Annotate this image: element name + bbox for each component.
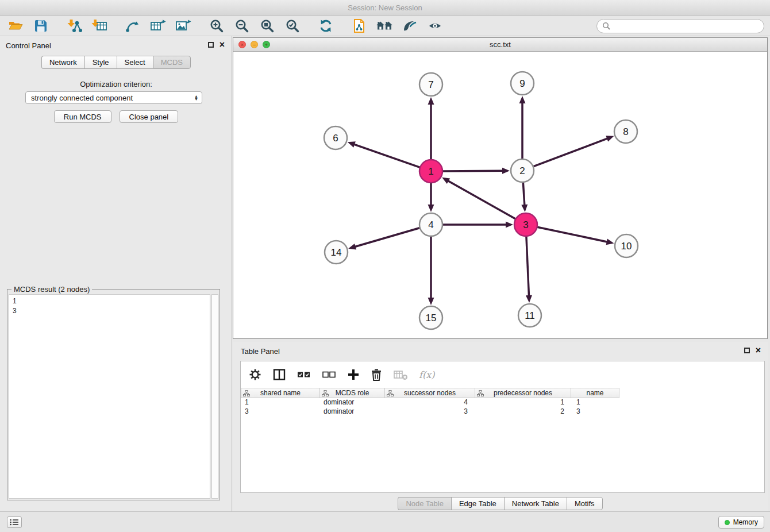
- export-table-button[interactable]: [148, 17, 168, 35]
- zoom-in-button[interactable]: [207, 17, 226, 35]
- float-table-panel-icon[interactable]: [744, 348, 750, 353]
- cell-predecessor-nodes[interactable]: 1: [475, 398, 571, 407]
- window-zoom-button[interactable]: +: [263, 41, 270, 48]
- clone-network-icon: [352, 18, 366, 33]
- graph-node[interactable]: 8: [614, 120, 637, 143]
- graph-edge[interactable]: [532, 138, 608, 167]
- style-button[interactable]: [400, 17, 419, 35]
- graph-edge-arrow: [348, 244, 356, 250]
- search-icon: [602, 22, 610, 30]
- table-row[interactable]: 1 dominator 4 1 1: [241, 398, 764, 407]
- cell-mcds-role[interactable]: dominator: [320, 407, 385, 417]
- close-panel-button[interactable]: Close panel: [120, 110, 179, 123]
- tab-select[interactable]: Select: [117, 56, 153, 69]
- network-canvas[interactable]: 1234678910111415: [233, 52, 767, 338]
- zoom-out-button[interactable]: [232, 17, 252, 35]
- add-column-button[interactable]: [348, 367, 359, 382]
- graph-node[interactable]: 1: [419, 160, 442, 183]
- column-header-shared-name[interactable]: shared name: [241, 388, 320, 398]
- eye-icon: [428, 20, 442, 32]
- column-header-mcds-role[interactable]: MCDS role: [320, 388, 385, 398]
- cell-name[interactable]: 1: [571, 398, 619, 407]
- graph-node[interactable]: 15: [419, 306, 442, 329]
- float-panel-icon[interactable]: [208, 42, 214, 48]
- result-line: 3: [13, 306, 206, 316]
- column-header-predecessor-nodes[interactable]: predecessor nodes: [475, 388, 571, 398]
- tab-network[interactable]: Network: [41, 56, 84, 69]
- result-scrollbar[interactable]: [211, 294, 218, 499]
- tab-edge-table[interactable]: Edge Table: [451, 497, 504, 510]
- column-label: successor nodes: [404, 389, 456, 397]
- deselect-all-button[interactable]: [322, 367, 336, 382]
- show-columns-button[interactable]: [273, 367, 286, 382]
- cell-successor-nodes[interactable]: 3: [385, 407, 475, 417]
- cell-predecessor-nodes[interactable]: 2: [475, 407, 571, 417]
- graph-node[interactable]: 10: [615, 234, 638, 257]
- trash-icon: [371, 368, 382, 381]
- tab-motifs[interactable]: Motifs: [567, 497, 603, 510]
- graph-edge[interactable]: [353, 144, 421, 168]
- tab-node-table[interactable]: Node Table: [398, 497, 451, 510]
- import-network-button[interactable]: [64, 17, 84, 35]
- graph-edge[interactable]: [523, 181, 525, 206]
- window-titlebar[interactable]: Session: New Session: [0, 0, 770, 16]
- search-box[interactable]: [596, 19, 764, 33]
- window-minimize-button[interactable]: −: [251, 41, 258, 48]
- delete-table-button[interactable]: [394, 367, 407, 382]
- graph-node[interactable]: 7: [419, 73, 442, 96]
- table-row[interactable]: 3 dominator 3 2 3: [241, 407, 764, 417]
- graph-node[interactable]: 14: [325, 241, 348, 264]
- graph-node[interactable]: 4: [419, 213, 442, 236]
- delete-column-button[interactable]: [371, 367, 382, 382]
- column-header-successor-nodes[interactable]: successor nodes: [385, 388, 475, 398]
- attribute-icon: [477, 390, 484, 397]
- window-close-button[interactable]: ×: [238, 41, 246, 48]
- graph-edge[interactable]: [448, 180, 517, 219]
- zoom-selected-button[interactable]: [283, 17, 302, 35]
- search-input[interactable]: [613, 22, 759, 30]
- open-session-button[interactable]: [6, 17, 25, 35]
- graph-node-label: 9: [519, 78, 525, 89]
- close-panel-icon[interactable]: ×: [220, 41, 225, 48]
- mcds-result-list[interactable]: 1 3: [9, 294, 210, 499]
- tab-mcds[interactable]: MCDS: [153, 56, 191, 69]
- graph-node[interactable]: 9: [511, 72, 534, 95]
- new-network-button[interactable]: [123, 17, 143, 35]
- tab-network-table[interactable]: Network Table: [504, 497, 567, 510]
- clone-network-button[interactable]: [349, 17, 369, 35]
- cell-shared-name[interactable]: 3: [241, 407, 320, 417]
- zoom-fit-button[interactable]: [257, 17, 277, 35]
- import-table-button[interactable]: [90, 17, 109, 35]
- function-builder-button[interactable]: f(x): [419, 367, 434, 382]
- criterion-dropdown[interactable]: strongly connected component ▲ ▼: [25, 91, 202, 104]
- close-table-panel-icon[interactable]: ×: [756, 347, 761, 354]
- main-toolbar: [0, 16, 770, 36]
- graph-edge[interactable]: [441, 171, 503, 171]
- show-hide-button[interactable]: [425, 17, 445, 35]
- task-history-button[interactable]: [7, 516, 22, 528]
- graph-edge[interactable]: [526, 235, 529, 296]
- tab-style[interactable]: Style: [84, 56, 117, 69]
- graph-node[interactable]: 6: [324, 126, 347, 149]
- attribute-icon: [387, 390, 394, 397]
- select-all-button[interactable]: [297, 367, 311, 382]
- save-session-button[interactable]: [31, 17, 51, 35]
- home-button[interactable]: [375, 17, 394, 35]
- refresh-button[interactable]: [316, 17, 336, 35]
- network-window-titlebar[interactable]: × − + scc.txt: [233, 38, 767, 52]
- graph-node[interactable]: 3: [514, 213, 537, 236]
- graph-node[interactable]: 2: [511, 159, 534, 182]
- graph-edge[interactable]: [355, 228, 421, 247]
- cell-name[interactable]: 3: [571, 407, 619, 417]
- cell-shared-name[interactable]: 1: [241, 398, 320, 407]
- graph-edge[interactable]: [536, 227, 608, 242]
- cell-successor-nodes[interactable]: 4: [385, 398, 475, 407]
- network-window-title: scc.txt: [490, 40, 511, 49]
- export-image-button[interactable]: [174, 17, 193, 35]
- cell-mcds-role[interactable]: dominator: [320, 398, 385, 407]
- table-settings-button[interactable]: [249, 367, 261, 382]
- graph-node[interactable]: 11: [518, 304, 541, 327]
- memory-button[interactable]: Memory: [718, 516, 764, 529]
- column-header-name[interactable]: name: [571, 388, 619, 398]
- run-mcds-button[interactable]: Run MCDS: [54, 110, 111, 123]
